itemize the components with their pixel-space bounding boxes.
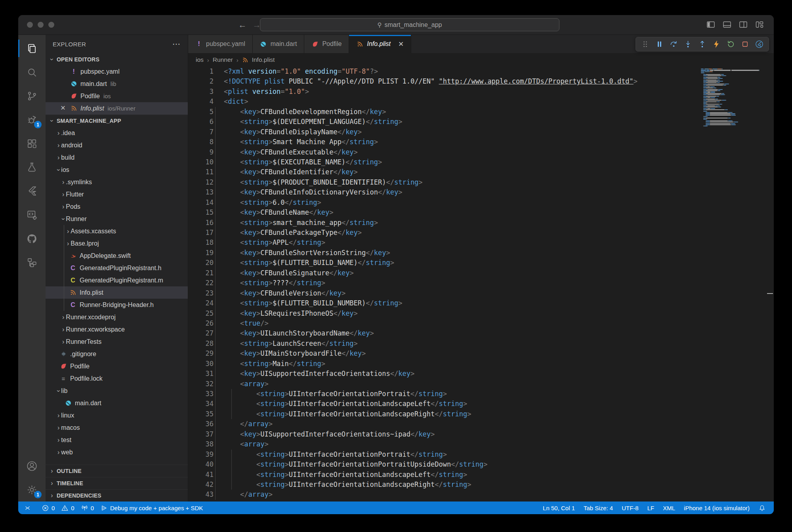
minimap[interactable]	[701, 69, 763, 127]
code-line: 3<plist version="1.0">	[188, 87, 774, 97]
tree-folder-lib[interactable]: ›lib	[46, 385, 188, 397]
tree-file-Podfile[interactable]: Podfile	[46, 360, 188, 372]
debug-flutter-circle-icon[interactable]	[754, 39, 765, 50]
status-warnings[interactable]: 0	[58, 504, 77, 512]
tree-folder-android[interactable]: ›android	[46, 139, 188, 151]
code-line: 42 <string>UIInterfaceOrientationLandsca…	[188, 480, 774, 490]
section-outline[interactable]: ›OUTLINE	[46, 465, 188, 477]
status-encoding[interactable]: UTF-8	[620, 505, 640, 511]
activity-github[interactable]	[18, 227, 46, 250]
tree-file-GeneratedPluginRegistrant.m[interactable]: CGeneratedPluginRegistrant.m	[46, 274, 188, 286]
tree-folder-test[interactable]: ›test	[46, 434, 188, 446]
project-section-header[interactable]: › SMART_MACHINE_APP	[46, 114, 188, 127]
debug-bolt-icon[interactable]	[711, 39, 722, 50]
status-eol[interactable]: LF	[646, 505, 656, 511]
sidebar-title: EXPLORER	[53, 41, 86, 48]
close-icon[interactable]: ✕	[59, 104, 67, 112]
tab-main.dart[interactable]: main.dart	[253, 35, 305, 53]
tab-Info.plist[interactable]: Info.plist ✕	[349, 35, 411, 53]
status-flutter-device[interactable]: iPhone 14 (ios simulator)	[682, 505, 751, 511]
tree-folder-Base.lproj[interactable]: ›Base.lproj	[46, 237, 188, 250]
status-indentation[interactable]: Tab Size: 4	[582, 505, 615, 511]
tree-folder-Runner[interactable]: ›Runner	[46, 213, 188, 225]
status-language-mode[interactable]: XML	[661, 505, 677, 511]
tree-file-AppDelegate.swift[interactable]: AppDelegate.swift	[46, 250, 188, 262]
tree-folder-Runner.xcworkspace[interactable]: ›Runner.xcworkspace	[46, 323, 188, 336]
more-actions-icon[interactable]: ⋯	[172, 39, 181, 49]
file-icon: !	[195, 40, 202, 48]
open-editor-main.dart[interactable]: main.dart lib	[46, 78, 188, 90]
status-cursor-position[interactable]: Ln 50, Col 1	[541, 505, 576, 511]
code-editor[interactable]: 1<?xml version="1.0" encoding="UTF-8"?>2…	[188, 67, 774, 501]
activity-hierarchy[interactable]	[18, 250, 46, 274]
activity-code-runner[interactable]	[18, 203, 46, 227]
tab-pubspec.yaml[interactable]: ! pubspec.yaml	[188, 35, 253, 53]
tree-folder-Flutter[interactable]: ›Flutter	[46, 188, 188, 200]
code-line: 35 <string>UIInterfaceOrientationLandsca…	[188, 409, 774, 419]
open-editor-Podfile[interactable]: Podfile ios	[46, 90, 188, 102]
tree-folder-macos[interactable]: ›macos	[46, 421, 188, 434]
debug-step-over-icon[interactable]: ,	[668, 39, 679, 50]
zoom-window-button[interactable]	[48, 22, 54, 28]
code-line: 39 <string>UIInterfaceOrientationPortrai…	[188, 450, 774, 460]
debug-step-into-icon[interactable]	[683, 39, 693, 50]
tree-folder-.idea[interactable]: ›.idea	[46, 127, 188, 139]
open-editor-pubspec.yaml[interactable]: ! pubspec.yaml	[46, 65, 188, 78]
breadcrumb-item[interactable]: Runner	[213, 56, 233, 63]
tree-folder-build[interactable]: ›build	[46, 151, 188, 164]
tree-folder-Assets.xcassets[interactable]: ›Assets.xcassets	[46, 225, 188, 237]
tree-file-GeneratedPluginRegistrant.h[interactable]: CGeneratedPluginRegistrant.h	[46, 262, 188, 274]
tab-Podfile[interactable]: Podfile	[304, 35, 349, 53]
debug-restart-icon[interactable]	[725, 39, 736, 50]
status-launch-config[interactable]: Debug my code + packages + SDK	[97, 504, 206, 512]
activity-explorer[interactable]	[18, 36, 46, 60]
status-errors[interactable]: 0	[38, 504, 58, 512]
breadcrumb-item[interactable]: Info.plist	[252, 56, 275, 63]
layout-panel-icon[interactable]	[722, 20, 732, 29]
activity-settings[interactable]: 1	[18, 478, 46, 501]
tree-folder-ios[interactable]: ›ios	[46, 164, 188, 176]
tree-folder-web[interactable]: ›web	[46, 446, 188, 458]
tree-file-Runner-Bridging-Header.h[interactable]: CRunner-Bridging-Header.h	[46, 299, 188, 311]
layout-grid-icon[interactable]	[755, 20, 764, 29]
tree-file-Podfile.lock[interactable]: ≡Podfile.lock	[46, 372, 188, 385]
close-icon[interactable]: ✕	[398, 40, 404, 48]
open-editor-Info.plist[interactable]: ✕ Info.plist ios/Runner	[46, 102, 188, 114]
debug-pause-icon[interactable]	[654, 39, 665, 50]
section-dependencies[interactable]: ›DEPENDENCIES	[46, 489, 188, 501]
tree-folder-linux[interactable]: ›linux	[46, 409, 188, 421]
debug-stop-icon[interactable]	[740, 39, 750, 50]
command-center-search[interactable]: ⚲ smart_machine_app	[260, 18, 559, 31]
activity-search[interactable]	[18, 60, 46, 84]
back-icon[interactable]: ←	[237, 19, 248, 31]
line-number: 10	[188, 157, 214, 167]
activity-flutter[interactable]	[18, 179, 46, 203]
tree-folder-.symlinks[interactable]: ›.symlinks	[46, 176, 188, 188]
activity-extensions[interactable]	[18, 132, 46, 155]
tree-folder-Runner.xcodeproj[interactable]: ›Runner.xcodeproj	[46, 311, 188, 323]
code-line: 38 <array>	[188, 439, 774, 449]
tree-folder-RunnerTests[interactable]: ›RunnerTests	[46, 336, 188, 348]
debug-grip-icon[interactable]	[640, 39, 651, 50]
layout-sidebar-icon[interactable]	[706, 20, 716, 29]
status-remote-indicator[interactable]	[18, 504, 37, 512]
tree-file-Info.plist[interactable]: Info.plist	[46, 286, 188, 299]
status-notifications[interactable]	[757, 504, 767, 512]
tree-file-main.dart[interactable]: main.dart	[46, 397, 188, 409]
activity-run-and-debug[interactable]: 1	[18, 108, 46, 132]
section-timeline[interactable]: ›TIMELINE	[46, 477, 188, 489]
minimize-window-button[interactable]	[38, 22, 44, 28]
debug-step-out-icon[interactable]	[697, 39, 708, 50]
tree-folder-Pods[interactable]: ›Pods	[46, 200, 188, 213]
line-number: 41	[188, 470, 214, 480]
activity-source-control[interactable]	[18, 84, 46, 108]
status-ports[interactable]: 0	[78, 504, 97, 512]
layout-split-icon[interactable]	[739, 20, 748, 29]
code-line: 18 <string>APPL</string>	[188, 238, 774, 248]
close-window-button[interactable]	[27, 22, 33, 28]
activity-testing[interactable]	[18, 155, 46, 179]
breadcrumb-item[interactable]: ios	[196, 56, 204, 63]
tree-file-.gitignore[interactable]: .gitignore	[46, 348, 188, 360]
open-editors-header[interactable]: › OPEN EDITORS	[46, 53, 188, 65]
activity-accounts[interactable]	[18, 454, 46, 478]
